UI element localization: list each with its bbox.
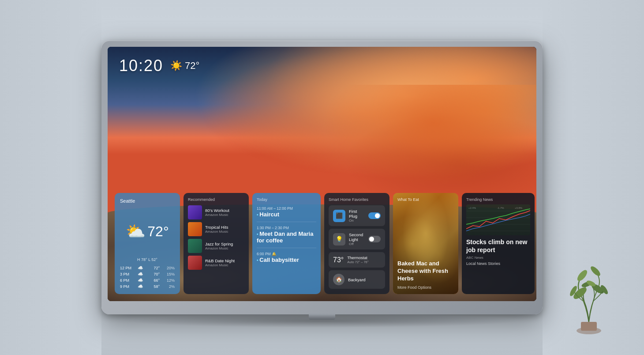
plug-name: First Plug: [349, 209, 365, 219]
forecast-time-12pm: 12 PM: [120, 266, 132, 270]
news-header: Trending News: [466, 197, 530, 202]
forecast-pct-6pm: 12%: [165, 278, 175, 283]
music-name-4: R&B Date Night: [205, 258, 244, 263]
music-name-3: Jazz for Spring: [205, 242, 244, 246]
svg-text:-1.7%: -1.7%: [497, 207, 504, 209]
forecast-row-6pm: 6 PM ☁️ 66° 12%: [120, 278, 175, 283]
backyard-name: Backyard: [348, 277, 381, 282]
news-headline: Stocks climb on new job report: [466, 238, 530, 254]
music-name-2: Tropical Hits: [205, 225, 244, 230]
plug-info: First Plug On: [349, 209, 365, 223]
food-content: What To Eat Baked Mac and Cheese with Fr…: [393, 193, 458, 294]
light-toggle[interactable]: [368, 236, 381, 242]
thermostat-name: Thermostat: [347, 256, 381, 260]
forecast-icon-3pm: ☁️: [138, 272, 143, 276]
event-title-haircut: • Haircut: [257, 211, 316, 218]
stock-chart: +2.4% -1.7% +0.8%: [466, 204, 530, 235]
backyard-info: Backyard: [348, 277, 381, 282]
clock-area: 10:20 ☀️ 72°: [119, 57, 199, 75]
weather-header-display: ☀️ 72°: [170, 60, 199, 72]
tv-screen-wrapper: 10:20 ☀️ 72° Seattle ⛅ 72°: [108, 47, 536, 301]
event-dot-babysitter: •: [257, 258, 259, 263]
thermostat-temp: 73°: [333, 256, 344, 264]
music-source-4: Amazon Music: [205, 263, 244, 267]
tv-container: 10:20 ☀️ 72° Seattle ⛅ 72°: [101, 41, 543, 314]
svg-point-4: [576, 268, 589, 283]
event-haircut[interactable]: 11:00 AM – 12:00 PM • Haircut: [257, 206, 316, 218]
svg-rect-1: [581, 322, 597, 331]
weather-temp-big: 72°: [147, 223, 168, 240]
light-info: Second Light Off: [349, 232, 365, 246]
music-item-4[interactable]: R&B Date Night Amazon Music: [188, 256, 244, 270]
weather-city: Seattle: [120, 198, 175, 204]
music-thumb-tropical: [188, 222, 202, 236]
music-info-2: Tropical Hits Amazon Music: [205, 225, 244, 234]
forecast-time-6pm: 6 PM: [120, 278, 132, 283]
music-item-1[interactable]: 80's Workout Amazon Music: [188, 205, 244, 219]
tv-frame: 10:20 ☀️ 72° Seattle ⛅ 72°: [101, 41, 543, 314]
smart-device-plug[interactable]: ⬛ First Plug On: [329, 205, 385, 226]
svg-text:+2.4%: +2.4%: [468, 207, 476, 209]
music-item-2[interactable]: Tropical Hits Amazon Music: [188, 222, 244, 236]
forecast-icon-12pm: ☁️: [138, 265, 143, 270]
food-widget[interactable]: What To Eat Baked Mac and Cheese with Fr…: [393, 193, 458, 294]
plant-decoration: [560, 240, 618, 337]
event-divider-1: [257, 222, 316, 222]
event-coffee[interactable]: 1:30 PM – 2:30 PM • Meet Dan and Maria f…: [257, 226, 316, 244]
stock-chart-svg: +2.4% -1.7% +0.8%: [466, 204, 530, 235]
smarthome-widget[interactable]: Smart Home Favorites ⬛ First Plug On: [324, 193, 389, 294]
light-icon: 💡: [333, 233, 345, 245]
time-display: 10:20: [119, 57, 163, 75]
svg-text:+0.8%: +0.8%: [515, 207, 523, 209]
music-thumb-rnb: [188, 256, 202, 270]
forecast-temp-3pm: 70°: [148, 272, 160, 276]
forecast-pct-9pm: 2%: [165, 284, 175, 289]
today-widget[interactable]: Today 11:00 AM – 12:00 PM • Haircut 1:30…: [252, 193, 321, 294]
music-source-3: Amazon Music: [205, 246, 244, 250]
forecast-row-12pm: 12 PM ☁️ 72° 20%: [120, 265, 175, 270]
forecast-time-3pm: 3 PM: [120, 272, 132, 276]
forecast-row-3pm: 3 PM ☁️ 70° 15%: [120, 272, 175, 276]
music-source-2: Amazon Music: [205, 230, 244, 234]
thermostat-device[interactable]: 73° Thermostat Auto 72° – 76°: [329, 252, 385, 268]
food-item-title: Baked Mac and Cheese with Fresh Herbs: [397, 260, 454, 283]
light-status: Off: [349, 242, 365, 246]
backyard-device[interactable]: 🏠 Backyard: [329, 270, 385, 289]
news-widget[interactable]: Trending News: [462, 193, 535, 294]
recommended-title: Recommended: [188, 197, 244, 202]
food-widget-title: What To Eat: [397, 197, 454, 202]
weather-cloud-icon: ⛅: [126, 222, 146, 241]
weather-widget[interactable]: Seattle ⛅ 72° H 78° L 52° 12 PM ☁️ 72° 2…: [115, 193, 180, 294]
event-time-haircut: 11:00 AM – 12:00 PM: [257, 206, 316, 211]
music-source-1: Amazon Music: [205, 213, 244, 217]
event-babysitter[interactable]: 6:00 PM 🔔 • Call babysitter: [257, 252, 316, 264]
event-title-babysitter: • Call babysitter: [257, 257, 316, 264]
forecast-time-9pm: 9 PM: [120, 284, 132, 289]
forecast-icon-9pm: ☁️: [138, 284, 143, 289]
thermostat-info: Thermostat Auto 72° – 76°: [347, 256, 381, 264]
forecast-pct-12pm: 20%: [165, 266, 175, 270]
recommended-widget[interactable]: Recommended 80's Workout Amazon Music: [183, 193, 249, 294]
smart-device-light[interactable]: 💡 Second Light Off: [329, 229, 385, 249]
weather-sun-icon: ☀️: [170, 60, 182, 72]
light-name: Second Light: [349, 232, 365, 242]
event-dot-coffee: •: [257, 232, 259, 237]
music-info-3: Jazz for Spring Amazon Music: [205, 242, 244, 250]
forecast-temp-12pm: 72°: [148, 266, 160, 270]
event-time-babysitter: 6:00 PM 🔔: [257, 252, 316, 256]
event-divider-2: [257, 248, 316, 248]
widgets-area: Seattle ⛅ 72° H 78° L 52° 12 PM ☁️ 72° 2…: [108, 193, 536, 301]
news-local-stories-link[interactable]: Local News Stories: [466, 261, 530, 266]
tv-screen: 10:20 ☀️ 72° Seattle ⛅ 72°: [108, 47, 536, 301]
forecast-icon-6pm: ☁️: [138, 278, 143, 283]
food-more-options[interactable]: More Food Options: [397, 285, 454, 290]
today-title: Today: [257, 197, 316, 202]
thermostat-range: Auto 72° – 76°: [347, 260, 381, 264]
music-name-1: 80's Workout: [205, 208, 244, 213]
event-time-coffee: 1:30 PM – 2:30 PM: [257, 226, 316, 230]
light-toggle-knob: [369, 237, 374, 242]
plug-toggle[interactable]: [368, 212, 381, 219]
weather-header-temp: 72°: [185, 60, 199, 72]
music-item-3[interactable]: Jazz for Spring Amazon Music: [188, 239, 244, 253]
svg-point-5: [589, 265, 602, 277]
